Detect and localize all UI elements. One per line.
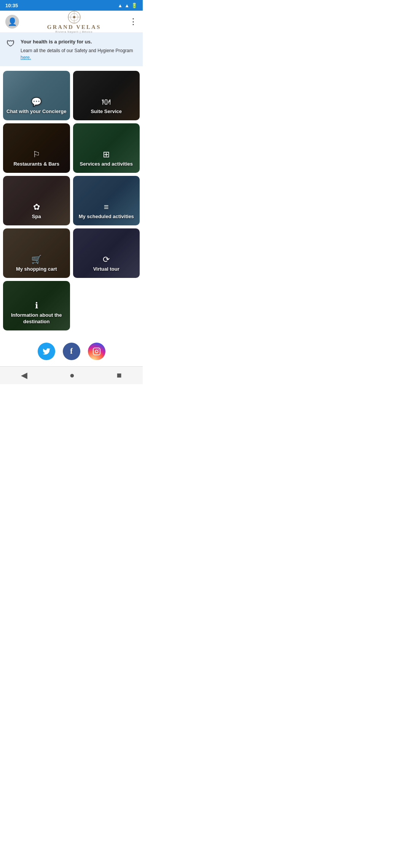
concierge-card-label: Chat with your Concierge: [6, 108, 66, 115]
health-title: Your health is a priority for us.: [21, 38, 138, 46]
spa-card-icon: ✿: [33, 202, 40, 212]
twitter-button[interactable]: [38, 343, 55, 360]
card-scheduled[interactable]: ≡ My scheduled activities: [73, 176, 140, 225]
concierge-card-icon: 💬: [31, 97, 41, 107]
services-card-icon: ⊞: [103, 150, 110, 160]
header-logo: GRAND VELAS Riviera Nayarit | México: [47, 10, 101, 33]
card-cart[interactable]: 🛒 My shopping cart: [3, 228, 70, 278]
card-suite-service[interactable]: 🍽 Suite Service: [73, 71, 140, 120]
scheduled-card-icon: ≡: [104, 202, 109, 212]
svg-point-6: [95, 350, 98, 353]
social-footer: f: [0, 335, 143, 366]
card-restaurants[interactable]: ⚐ Restaurants & Bars: [3, 123, 70, 173]
status-bar: 10:35 ▲ ▲ 🔋: [0, 0, 143, 11]
profile-avatar[interactable]: 👤: [5, 15, 19, 29]
nav-home-button[interactable]: ●: [70, 370, 75, 380]
health-link[interactable]: here.: [21, 55, 31, 60]
spa-card-label: Spa: [32, 214, 41, 220]
app-header: 👤 GRAND VELAS Riviera Nayarit | México ⋮: [0, 11, 143, 33]
facebook-icon: f: [70, 347, 73, 356]
health-shield-icon: 🛡: [5, 39, 17, 49]
logo-text: GRAND VELAS: [47, 24, 101, 30]
virtual-card-label: Virtual tour: [93, 266, 119, 273]
cart-card-icon: 🛒: [31, 255, 41, 265]
nav-recents-button[interactable]: ■: [116, 370, 121, 380]
instagram-button[interactable]: [88, 343, 105, 360]
nav-back-button[interactable]: ◀: [21, 370, 27, 380]
svg-point-7: [98, 349, 99, 350]
card-services[interactable]: ⊞ Services and activities: [73, 123, 140, 173]
menu-button[interactable]: ⋮: [129, 17, 137, 27]
restaurants-card-icon: ⚐: [33, 150, 40, 160]
suite-service-card-label: Suite Service: [91, 108, 122, 115]
cart-card-label: My shopping cart: [16, 266, 57, 273]
card-virtual[interactable]: ⟳ Virtual tour: [73, 228, 140, 278]
cards-grid: 💬 Chat with your Concierge 🍽 Suite Servi…: [0, 66, 143, 335]
facebook-button[interactable]: f: [63, 343, 80, 360]
navigation-bar: ◀ ● ■: [0, 366, 143, 384]
services-card-label: Services and activities: [80, 161, 133, 168]
status-time: 10:35: [5, 3, 18, 8]
status-icons: ▲ ▲ 🔋: [118, 3, 137, 8]
card-info[interactable]: ℹ Information about the destination: [3, 281, 70, 330]
card-spa[interactable]: ✿ Spa: [3, 176, 70, 225]
svg-rect-5: [93, 348, 100, 354]
svg-point-4: [73, 16, 75, 18]
health-banner: 🛡 Your health is a priority for us. Lear…: [0, 33, 143, 66]
health-body: Learn all the details of our Safety and …: [21, 48, 133, 60]
health-text-content: Your health is a priority for us. Learn …: [21, 38, 138, 61]
virtual-card-icon: ⟳: [103, 255, 110, 265]
logo-tagline: Riviera Nayarit | México: [56, 30, 93, 33]
logo-ornament: [67, 10, 81, 24]
battery-icon: 🔋: [131, 3, 137, 8]
card-concierge[interactable]: 💬 Chat with your Concierge: [3, 71, 70, 120]
suite-service-card-icon: 🍽: [102, 97, 110, 107]
info-card-label: Information about the destination: [6, 312, 67, 325]
restaurants-card-label: Restaurants & Bars: [13, 161, 59, 168]
wifi-icon: ▲: [118, 3, 123, 8]
signal-icon: ▲: [124, 3, 129, 8]
info-card-icon: ℹ: [35, 301, 38, 311]
scheduled-card-label: My scheduled activities: [79, 214, 134, 220]
